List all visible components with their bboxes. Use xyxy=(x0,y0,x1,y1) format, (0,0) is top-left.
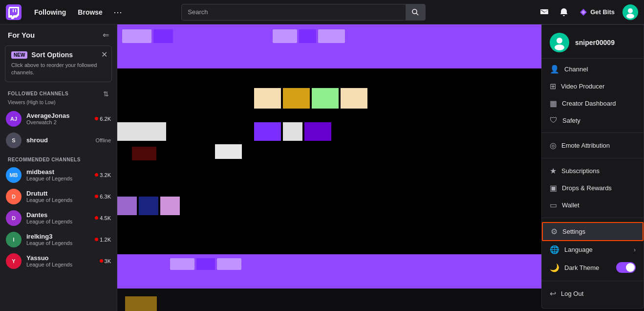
user-avatar-button[interactable] xyxy=(623,4,638,20)
sort-order-button[interactable]: ⇅ xyxy=(103,90,109,98)
channel-info: AverageJonas Overwatch 2 xyxy=(26,112,90,125)
top-nav: Following Browse ⋯ Get Bits xyxy=(0,0,644,24)
channel-viewers: 1.2K xyxy=(95,237,111,243)
recommended-channels-section-label: RECOMMENDED CHANNELS xyxy=(0,151,117,164)
dropdown-item-settings[interactable]: ⚙ Settings xyxy=(542,222,644,241)
channel-name: shroud xyxy=(26,136,90,144)
color-block xyxy=(341,88,367,109)
color-block xyxy=(254,88,281,109)
sort-hint: Viewers (High to Low) xyxy=(0,100,117,108)
dropdown-item-log-out[interactable]: ↩ Log Out xyxy=(542,285,644,302)
followed-channels-section-label: FOLLOWED CHANNELS ⇅ xyxy=(0,86,117,100)
list-item[interactable]: I irelking3 League of Legends 1.2K xyxy=(0,229,117,250)
nav-right: Get Bits xyxy=(537,4,638,20)
live-indicator xyxy=(95,195,98,198)
list-item[interactable]: MB midbeast League of Legends 3.2K xyxy=(0,164,117,186)
color-strip-1 xyxy=(254,88,367,109)
live-indicator xyxy=(95,238,98,241)
dropdown-item-channel[interactable]: 👤 Channel xyxy=(542,61,644,78)
dropdown-item-subscriptions[interactable]: ★ Subscriptions xyxy=(542,162,644,179)
search-input[interactable] xyxy=(188,8,406,16)
dropdown-item-label: Channel xyxy=(564,66,588,73)
more-nav-button[interactable]: ⋯ xyxy=(109,4,126,21)
color-block xyxy=(283,88,310,109)
list-item[interactable]: D Drututt League of Legends 6.3K xyxy=(0,186,117,207)
dropdown-user-header: sniper00009 xyxy=(542,25,644,59)
channel-name: AverageJonas xyxy=(26,112,90,119)
dark-theme-icon: 🌙 xyxy=(550,263,559,272)
footer-color-blocks-2 xyxy=(163,296,246,311)
sort-options-description: Click above to reorder your followed cha… xyxy=(11,62,106,77)
avatar: S xyxy=(6,133,21,148)
dropdown-username: sniper00009 xyxy=(575,39,615,46)
dropdown-item-dark-theme[interactable]: 🌙 Dark Theme xyxy=(542,258,644,277)
dropdown-item-video-producer[interactable]: ⊞ Video Producer xyxy=(542,78,644,95)
svg-rect-2 xyxy=(15,9,16,12)
dropdown-item-emote-attribution[interactable]: ◎ Emote Attribution xyxy=(542,137,644,154)
purple-block xyxy=(170,258,194,270)
sort-options-close-button[interactable]: ✕ xyxy=(101,50,107,59)
channel-viewers: 6.3K xyxy=(95,194,111,200)
live-indicator xyxy=(100,259,103,263)
dropdown-item-label: Emote Attribution xyxy=(561,142,610,149)
toggle-knob xyxy=(626,263,635,272)
new-badge: NEW xyxy=(11,51,27,59)
dropdown-item-safety[interactable]: 🛡 Safety xyxy=(542,112,644,129)
dropdown-divider-3 xyxy=(542,218,644,218)
channel-viewers: 3K xyxy=(100,258,111,264)
channel-info: Yassuo League of Legends xyxy=(26,254,95,267)
nav-links: Following Browse ⋯ xyxy=(29,4,126,21)
channel-name: irelking3 xyxy=(26,233,90,240)
get-bits-button[interactable]: Get Bits xyxy=(576,6,619,18)
channel-info: Dantes League of Legends xyxy=(26,211,90,224)
channel-info: shroud xyxy=(26,136,90,144)
channel-name: midbeast xyxy=(26,168,90,176)
dropdown-item-drops-rewards[interactable]: ▣ Drops & Rewards xyxy=(542,179,644,197)
following-nav-link[interactable]: Following xyxy=(29,5,71,19)
channel-viewers: 4.5K xyxy=(95,215,111,221)
log-out-icon: ↩ xyxy=(550,289,556,298)
sort-options-title: Sort Options xyxy=(31,51,73,59)
purple-block xyxy=(273,29,297,43)
list-item[interactable]: Y Yassuo League of Legends 3K xyxy=(0,250,117,272)
twitch-logo[interactable] xyxy=(6,4,21,20)
dropdown-divider-2 xyxy=(542,158,644,158)
dropdown-avatar xyxy=(550,33,569,52)
dropdown-section-settings: ⚙ Settings 🌐 Language › 🌙 Dark Theme xyxy=(542,220,644,279)
safety-icon: 🛡 xyxy=(550,116,558,125)
dropdown-item-creator-dashboard[interactable]: ▦ Creator Dashboard xyxy=(542,95,644,112)
dropdown-item-label: Safety xyxy=(562,117,580,124)
list-item[interactable]: AJ AverageJonas Overwatch 2 6.2K xyxy=(0,108,117,130)
sidebar-title: For You xyxy=(8,31,35,39)
sidebar-collapse-button[interactable]: ⇐ xyxy=(103,30,109,40)
notifications-icon-button[interactable] xyxy=(556,4,572,20)
browse-nav-link[interactable]: Browse xyxy=(73,5,107,19)
avatar: D xyxy=(6,210,21,226)
purple-block xyxy=(196,258,215,270)
dropdown-divider-4 xyxy=(542,281,644,281)
dropdown-item-language[interactable]: 🌐 Language › xyxy=(542,241,644,258)
dropdown-item-label: Creator Dashboard xyxy=(562,100,616,107)
svg-line-4 xyxy=(416,13,418,15)
search-bar xyxy=(181,4,426,21)
inbox-icon-button[interactable] xyxy=(537,4,552,20)
dropdown-section-emote: ◎ Emote Attribution xyxy=(542,135,644,156)
channel-viewers: 6.2K xyxy=(95,116,111,122)
purple-block xyxy=(318,29,345,43)
avatar: D xyxy=(6,189,21,204)
emote-attribution-icon: ◎ xyxy=(550,141,557,150)
search-submit-button[interactable] xyxy=(406,4,425,21)
svg-point-12 xyxy=(555,44,564,50)
sidebar-header: For You ⇐ xyxy=(0,24,117,44)
list-item[interactable]: D Dantes League of Legends 4.5K xyxy=(0,207,117,229)
dropdown-item-label: Video Producer xyxy=(561,83,604,90)
list-item[interactable]: S shroud Offline xyxy=(0,130,117,151)
dark-theme-toggle[interactable] xyxy=(616,262,636,273)
dropdown-item-label: Subscriptions xyxy=(561,167,600,175)
purple-block xyxy=(217,258,241,270)
channel-name: Yassuo xyxy=(26,254,95,262)
purple-block xyxy=(153,29,173,43)
dropdown-item-wallet[interactable]: ▭ Wallet xyxy=(542,197,644,214)
avatar: Y xyxy=(6,253,21,269)
svg-point-8 xyxy=(628,8,633,13)
